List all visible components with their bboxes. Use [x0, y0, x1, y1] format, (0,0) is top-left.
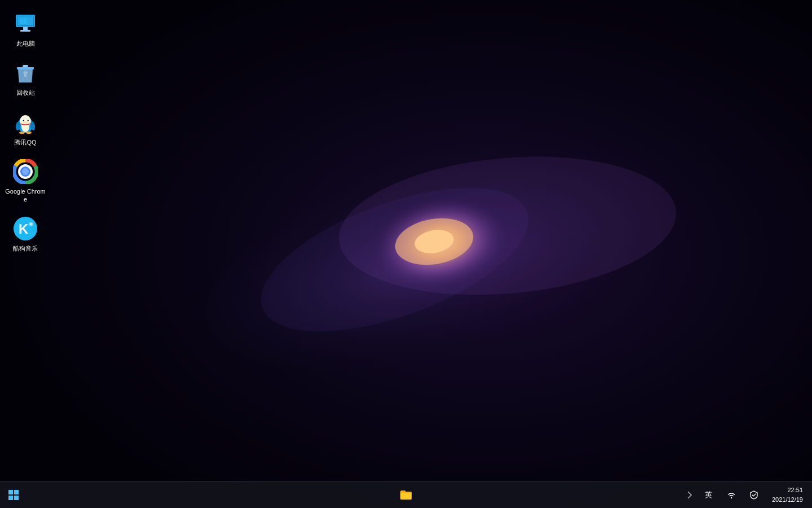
kugou-icon: K	[12, 215, 39, 242]
svg-point-117	[19, 132, 25, 134]
svg-rect-128	[8, 490, 13, 494]
system-time: 22:51	[772, 485, 803, 495]
taskbar-file-explorer[interactable]	[392, 481, 420, 509]
computer-icon-label: 此电脑	[16, 40, 35, 47]
desktop-icon-kugou-music[interactable]: K 酷狗音乐	[3, 211, 48, 257]
svg-point-119	[21, 122, 29, 132]
qq-icon-label: 腾讯QQ	[14, 138, 36, 146]
svg-point-118	[26, 132, 32, 134]
svg-rect-131	[14, 496, 19, 500]
show-hidden-icons-button[interactable]	[684, 486, 695, 504]
svg-rect-105	[23, 65, 28, 67]
svg-rect-96	[20, 30, 30, 32]
svg-rect-130	[8, 496, 13, 500]
desktop-icons-area: 此电脑	[0, 0, 51, 266]
svg-point-127	[30, 223, 33, 226]
taskbar-center-apps	[392, 481, 420, 509]
start-button[interactable]	[0, 481, 27, 509]
recycle-icon-label: 回收站	[16, 89, 35, 97]
language-indicator[interactable]: 英	[700, 486, 718, 504]
svg-point-110	[23, 120, 24, 121]
desktop-icon-google-chrome[interactable]: Google Chrome	[3, 154, 48, 208]
desktop-icon-tencent-qq[interactable]: 腾讯QQ	[3, 104, 48, 151]
chrome-icon-label: Google Chrome	[5, 187, 46, 204]
svg-rect-98	[24, 19, 27, 21]
desktop-icon-recycle-bin[interactable]: 回收站	[3, 55, 48, 101]
svg-point-112	[24, 120, 24, 120]
svg-rect-129	[14, 490, 19, 494]
system-datetime[interactable]: 22:51 2021/12/19	[767, 483, 807, 506]
taskbar: 英 22:51 2021/12/	[0, 481, 812, 508]
qq-icon	[12, 109, 39, 136]
chrome-icon	[12, 158, 39, 185]
security-tray-icon[interactable]	[745, 486, 763, 504]
desktop: 此电脑	[0, 0, 812, 508]
svg-text:K: K	[19, 221, 29, 237]
taskbar-right: 英 22:51 2021/12/	[684, 483, 812, 506]
svg-point-111	[28, 120, 29, 121]
system-date: 2021/12/19	[772, 495, 803, 505]
svg-point-123	[22, 168, 29, 175]
network-tray-icon[interactable]	[722, 486, 740, 504]
recycle-icon	[12, 59, 39, 86]
svg-rect-95	[23, 27, 28, 30]
computer-icon	[12, 10, 39, 37]
svg-rect-99	[20, 21, 23, 24]
svg-rect-104	[17, 67, 34, 69]
wallpaper-stars	[0, 0, 812, 508]
svg-rect-100	[24, 21, 27, 24]
svg-rect-97	[20, 19, 23, 21]
svg-point-132	[731, 497, 732, 498]
desktop-icon-my-computer[interactable]: 此电脑	[3, 6, 48, 52]
svg-point-113	[28, 120, 29, 120]
taskbar-left	[0, 481, 27, 509]
kugou-icon-label: 酷狗音乐	[13, 244, 38, 252]
